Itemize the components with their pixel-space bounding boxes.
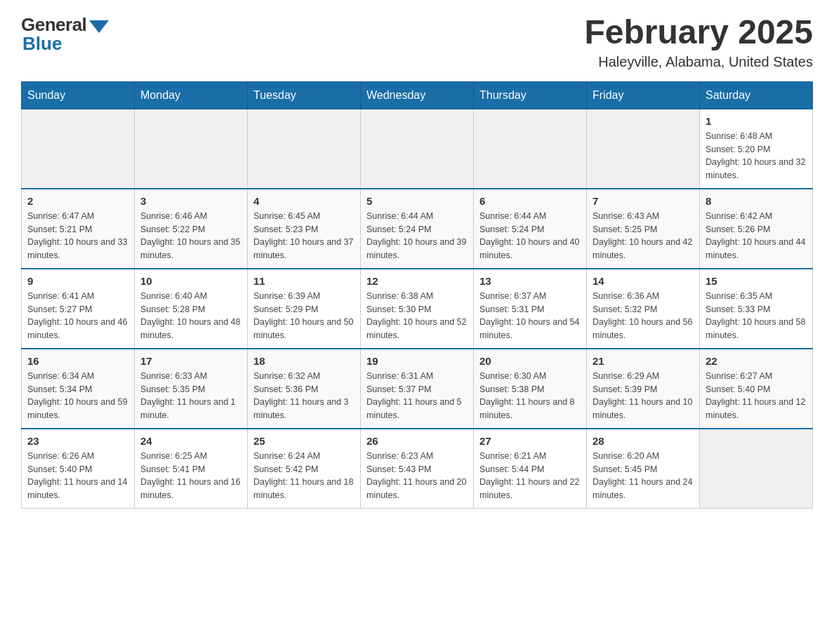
day-info: Sunrise: 6:33 AM Sunset: 5:35 PM Dayligh… <box>140 370 241 422</box>
calendar-cell <box>248 109 361 189</box>
day-number: 16 <box>27 355 128 367</box>
calendar-cell: 7Sunrise: 6:43 AM Sunset: 5:25 PM Daylig… <box>587 189 700 269</box>
day-info: Sunrise: 6:47 AM Sunset: 5:21 PM Dayligh… <box>27 210 128 262</box>
day-info: Sunrise: 6:42 AM Sunset: 5:26 PM Dayligh… <box>706 210 807 262</box>
weekday-header-wednesday: Wednesday <box>361 81 474 109</box>
calendar-cell <box>135 109 248 189</box>
page-header: General Blue February 2025 Haleyville, A… <box>21 14 813 70</box>
day-info: Sunrise: 6:37 AM Sunset: 5:31 PM Dayligh… <box>479 290 581 342</box>
day-number: 2 <box>27 195 128 207</box>
calendar-cell: 9Sunrise: 6:41 AM Sunset: 5:27 PM Daylig… <box>22 269 135 349</box>
weekday-header-friday: Friday <box>587 81 700 109</box>
calendar-cell: 2Sunrise: 6:47 AM Sunset: 5:21 PM Daylig… <box>22 189 135 269</box>
calendar-cell: 20Sunrise: 6:30 AM Sunset: 5:38 PM Dayli… <box>474 349 587 429</box>
calendar-cell: 28Sunrise: 6:20 AM Sunset: 5:45 PM Dayli… <box>587 429 700 509</box>
calendar-cell: 14Sunrise: 6:36 AM Sunset: 5:32 PM Dayli… <box>587 269 700 349</box>
calendar-cell: 19Sunrise: 6:31 AM Sunset: 5:37 PM Dayli… <box>361 349 474 429</box>
day-number: 10 <box>140 275 241 287</box>
calendar-week-row: 2Sunrise: 6:47 AM Sunset: 5:21 PM Daylig… <box>22 189 813 269</box>
weekday-header-saturday: Saturday <box>700 81 813 109</box>
day-number: 6 <box>479 195 581 207</box>
calendar-cell: 18Sunrise: 6:32 AM Sunset: 5:36 PM Dayli… <box>248 349 361 429</box>
calendar-cell: 12Sunrise: 6:38 AM Sunset: 5:30 PM Dayli… <box>361 269 474 349</box>
day-number: 19 <box>366 355 468 367</box>
calendar-cell: 11Sunrise: 6:39 AM Sunset: 5:29 PM Dayli… <box>248 269 361 349</box>
weekday-header-tuesday: Tuesday <box>248 81 361 109</box>
day-info: Sunrise: 6:31 AM Sunset: 5:37 PM Dayligh… <box>366 370 468 422</box>
day-info: Sunrise: 6:46 AM Sunset: 5:22 PM Dayligh… <box>140 210 241 262</box>
calendar-cell: 26Sunrise: 6:23 AM Sunset: 5:43 PM Dayli… <box>361 429 474 509</box>
day-number: 9 <box>27 275 128 287</box>
calendar-cell: 4Sunrise: 6:45 AM Sunset: 5:23 PM Daylig… <box>248 189 361 269</box>
day-number: 26 <box>366 435 468 447</box>
day-info: Sunrise: 6:40 AM Sunset: 5:28 PM Dayligh… <box>140 290 241 342</box>
day-info: Sunrise: 6:45 AM Sunset: 5:23 PM Dayligh… <box>253 210 355 262</box>
logo: General Blue <box>21 14 109 55</box>
calendar-cell: 27Sunrise: 6:21 AM Sunset: 5:44 PM Dayli… <box>474 429 587 509</box>
day-number: 27 <box>479 435 581 447</box>
day-info: Sunrise: 6:41 AM Sunset: 5:27 PM Dayligh… <box>27 290 128 342</box>
calendar-cell <box>587 109 700 189</box>
day-number: 20 <box>479 355 581 367</box>
day-number: 21 <box>593 355 694 367</box>
day-number: 11 <box>253 275 355 287</box>
day-number: 12 <box>366 275 468 287</box>
weekday-header-monday: Monday <box>135 81 248 109</box>
day-number: 8 <box>706 195 807 207</box>
day-number: 4 <box>253 195 355 207</box>
calendar-cell <box>474 109 587 189</box>
calendar-cell: 17Sunrise: 6:33 AM Sunset: 5:35 PM Dayli… <box>135 349 248 429</box>
calendar-cell: 21Sunrise: 6:29 AM Sunset: 5:39 PM Dayli… <box>587 349 700 429</box>
day-info: Sunrise: 6:24 AM Sunset: 5:42 PM Dayligh… <box>253 450 355 502</box>
calendar-cell: 24Sunrise: 6:25 AM Sunset: 5:41 PM Dayli… <box>135 429 248 509</box>
day-number: 15 <box>706 275 807 287</box>
day-info: Sunrise: 6:26 AM Sunset: 5:40 PM Dayligh… <box>27 450 128 502</box>
calendar-week-row: 23Sunrise: 6:26 AM Sunset: 5:40 PM Dayli… <box>22 429 813 509</box>
location-title: Haleyville, Alabama, United States <box>584 54 813 70</box>
calendar-cell: 16Sunrise: 6:34 AM Sunset: 5:34 PM Dayli… <box>22 349 135 429</box>
weekday-header-sunday: Sunday <box>22 81 135 109</box>
logo-triangle-icon <box>89 20 109 33</box>
day-info: Sunrise: 6:30 AM Sunset: 5:38 PM Dayligh… <box>479 370 581 422</box>
calendar-week-row: 9Sunrise: 6:41 AM Sunset: 5:27 PM Daylig… <box>22 269 813 349</box>
calendar-cell: 6Sunrise: 6:44 AM Sunset: 5:24 PM Daylig… <box>474 189 587 269</box>
calendar-cell: 25Sunrise: 6:24 AM Sunset: 5:42 PM Dayli… <box>248 429 361 509</box>
day-number: 14 <box>593 275 694 287</box>
calendar-cell: 10Sunrise: 6:40 AM Sunset: 5:28 PM Dayli… <box>135 269 248 349</box>
day-number: 3 <box>140 195 241 207</box>
calendar-cell: 15Sunrise: 6:35 AM Sunset: 5:33 PM Dayli… <box>700 269 813 349</box>
calendar-week-row: 1Sunrise: 6:48 AM Sunset: 5:20 PM Daylig… <box>22 109 813 189</box>
day-info: Sunrise: 6:48 AM Sunset: 5:20 PM Dayligh… <box>706 130 807 182</box>
day-info: Sunrise: 6:36 AM Sunset: 5:32 PM Dayligh… <box>593 290 694 342</box>
month-title: February 2025 <box>584 14 813 51</box>
calendar-cell: 1Sunrise: 6:48 AM Sunset: 5:20 PM Daylig… <box>700 109 813 189</box>
weekday-header-thursday: Thursday <box>474 81 587 109</box>
calendar-cell <box>22 109 135 189</box>
calendar-cell: 22Sunrise: 6:27 AM Sunset: 5:40 PM Dayli… <box>700 349 813 429</box>
day-info: Sunrise: 6:44 AM Sunset: 5:24 PM Dayligh… <box>366 210 468 262</box>
calendar-week-row: 16Sunrise: 6:34 AM Sunset: 5:34 PM Dayli… <box>22 349 813 429</box>
day-info: Sunrise: 6:23 AM Sunset: 5:43 PM Dayligh… <box>366 450 468 502</box>
calendar-cell: 8Sunrise: 6:42 AM Sunset: 5:26 PM Daylig… <box>700 189 813 269</box>
day-number: 28 <box>593 435 694 447</box>
day-number: 22 <box>706 355 807 367</box>
calendar-cell <box>700 429 813 509</box>
calendar-cell: 13Sunrise: 6:37 AM Sunset: 5:31 PM Dayli… <box>474 269 587 349</box>
calendar-cell: 3Sunrise: 6:46 AM Sunset: 5:22 PM Daylig… <box>135 189 248 269</box>
day-info: Sunrise: 6:25 AM Sunset: 5:41 PM Dayligh… <box>140 450 241 502</box>
title-section: February 2025 Haleyville, Alabama, Unite… <box>584 14 813 70</box>
day-info: Sunrise: 6:38 AM Sunset: 5:30 PM Dayligh… <box>366 290 468 342</box>
day-number: 18 <box>253 355 355 367</box>
calendar-header-row: SundayMondayTuesdayWednesdayThursdayFrid… <box>22 81 813 109</box>
day-info: Sunrise: 6:27 AM Sunset: 5:40 PM Dayligh… <box>706 370 807 422</box>
day-number: 25 <box>253 435 355 447</box>
day-info: Sunrise: 6:20 AM Sunset: 5:45 PM Dayligh… <box>593 450 694 502</box>
day-number: 17 <box>140 355 241 367</box>
calendar-cell: 5Sunrise: 6:44 AM Sunset: 5:24 PM Daylig… <box>361 189 474 269</box>
day-info: Sunrise: 6:34 AM Sunset: 5:34 PM Dayligh… <box>27 370 128 422</box>
day-info: Sunrise: 6:43 AM Sunset: 5:25 PM Dayligh… <box>593 210 694 262</box>
day-number: 1 <box>706 115 807 127</box>
day-number: 7 <box>593 195 694 207</box>
calendar-cell <box>361 109 474 189</box>
day-number: 23 <box>27 435 128 447</box>
